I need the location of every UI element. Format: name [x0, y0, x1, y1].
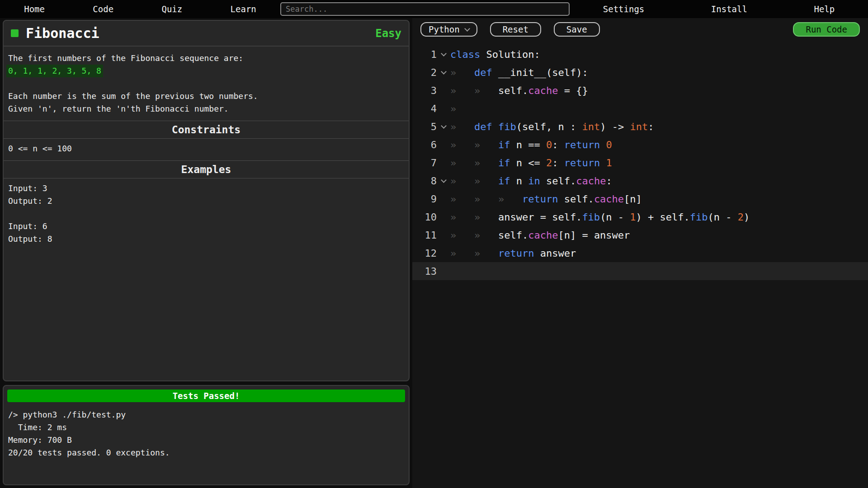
editor-toolbar: Python Reset Save Run Code	[412, 18, 868, 41]
problem-panel: Fibonacci Easy The first numbers of the …	[3, 20, 410, 381]
reset-button[interactable]: Reset	[490, 22, 541, 37]
run-code-button[interactable]: Run Code	[793, 22, 860, 37]
indent-marker-icon: »	[474, 230, 498, 241]
problem-description-1: Each number is the sum of the previous t…	[4, 90, 409, 103]
nav-item-home[interactable]: Home	[24, 4, 45, 14]
indent-marker-icon: »	[450, 85, 474, 96]
nav-item-install[interactable]: Install	[711, 4, 747, 14]
code-text: »def fib(self, n : int) -> int:	[450, 121, 654, 132]
indent-marker-icon: »	[450, 67, 474, 78]
indent-marker-icon: »	[474, 248, 498, 259]
terminal-line: Memory: 700 B	[8, 434, 404, 446]
language-select[interactable]: Python	[420, 22, 477, 37]
problem-header: Fibonacci Easy	[4, 21, 409, 47]
indent-marker-icon: »	[498, 193, 522, 205]
top-navbar: Home Code Quiz Learn Settings Install He…	[0, 0, 868, 18]
terminal-output: /> python3 ./fib/test.py Time: 2 ms Memo…	[4, 406, 409, 462]
problem-intro: The first numbers of the Fibonacci seque…	[4, 52, 409, 65]
code-line[interactable]: 1class Solution:	[412, 45, 868, 63]
terminal-line: Time: 2 ms	[8, 421, 404, 434]
constraints-heading: Constraints	[4, 121, 409, 139]
code-editor: Python Reset Save Run Code 1class Soluti…	[412, 18, 868, 488]
code-line[interactable]: 6»»if n == 0: return 0	[412, 136, 868, 154]
code-text: »»self.cache = {}	[450, 85, 588, 96]
code-line[interactable]: 7»»if n <= 2: return 1	[412, 154, 868, 172]
difficulty-badge: Easy	[375, 27, 401, 40]
line-number: 1	[419, 49, 437, 60]
code-text: »»»return self.cache[n]	[450, 193, 642, 205]
indent-marker-icon: »	[450, 103, 474, 114]
indent-marker-icon: »	[474, 211, 498, 223]
fold-chevron-icon[interactable]	[437, 126, 450, 128]
line-number: 7	[419, 157, 437, 169]
difficulty-square-icon	[11, 29, 19, 37]
indent-marker-icon: »	[474, 85, 498, 96]
sequence-line: 0, 1, 1, 2, 3, 5, 8	[4, 65, 409, 77]
line-number: 8	[419, 175, 437, 187]
code-line[interactable]: 12»»return answer	[412, 244, 868, 262]
terminal-line: /> python3 ./fib/test.py	[8, 408, 404, 421]
code-line[interactable]: 3»»self.cache = {}	[412, 81, 868, 99]
indent-marker-icon: »	[450, 121, 474, 132]
search-input[interactable]	[280, 2, 570, 16]
fold-chevron-icon[interactable]	[437, 71, 450, 74]
code-text: »»if n in self.cache:	[450, 175, 612, 187]
problem-body: The first numbers of the Fibonacci seque…	[4, 47, 409, 245]
line-number: 4	[419, 103, 437, 114]
line-number: 11	[419, 230, 437, 241]
code-line[interactable]: 11»»self.cache[n] = answer	[412, 226, 868, 244]
indent-marker-icon: »	[474, 139, 498, 150]
example-output: Output: 2	[8, 195, 404, 207]
nav-right-group: Settings Install Help	[570, 4, 868, 14]
code-text: »	[450, 103, 474, 114]
code-line[interactable]: 5»def fib(self, n : int) -> int:	[412, 117, 868, 136]
example-input: Input: 6	[8, 220, 404, 233]
line-number: 10	[419, 211, 437, 223]
example-input: Input: 3	[8, 182, 404, 195]
terminal-line: 20/20 tests passed. 0 exceptions.	[8, 446, 404, 459]
nav-item-code[interactable]: Code	[93, 4, 113, 14]
code-line[interactable]: 8»»if n in self.cache:	[412, 172, 868, 190]
code-lines: 1class Solution:2»def __init__(self):3»»…	[412, 41, 868, 280]
problem-title: Fibonacci	[26, 25, 99, 41]
example-block: Input: 3 Output: 2	[4, 182, 409, 207]
indent-marker-icon: »	[450, 230, 474, 241]
fold-chevron-icon[interactable]	[437, 53, 450, 56]
line-number: 6	[419, 139, 437, 150]
line-number: 9	[419, 193, 437, 205]
line-number: 12	[419, 248, 437, 259]
language-label: Python	[429, 24, 460, 34]
code-line[interactable]: 4»	[412, 99, 868, 117]
tests-panel: Tests Passed! /> python3 ./fib/test.py T…	[3, 385, 410, 485]
line-number: 2	[419, 67, 437, 78]
indent-marker-icon: »	[474, 193, 498, 205]
code-line[interactable]: 2»def __init__(self):	[412, 63, 868, 81]
nav-item-settings[interactable]: Settings	[603, 4, 645, 14]
code-line[interactable]: 13	[412, 262, 868, 280]
code-text: »»self.cache[n] = answer	[450, 230, 630, 241]
line-number: 5	[419, 121, 437, 132]
indent-marker-icon: »	[450, 157, 474, 169]
indent-marker-icon: »	[450, 193, 474, 205]
examples-heading: Examples	[4, 160, 409, 178]
nav-left-group: Home Code Quiz Learn	[0, 4, 280, 14]
code-text: »»if n == 0: return 0	[450, 139, 612, 150]
tests-passed-banner: Tests Passed!	[7, 389, 405, 402]
example-block: Input: 6 Output: 8	[4, 220, 409, 245]
line-number: 13	[419, 266, 437, 277]
fibonacci-sequence: 0, 1, 1, 2, 3, 5, 8	[6, 65, 103, 77]
problem-description-2: Given 'n', return the 'n'th Fibonacci nu…	[4, 103, 409, 115]
indent-marker-icon: »	[450, 175, 474, 187]
nav-item-learn[interactable]: Learn	[231, 4, 256, 14]
code-line[interactable]: 9»»»return self.cache[n]	[412, 190, 868, 208]
code-line[interactable]: 10»»answer = self.fib(n - 1) + self.fib(…	[412, 208, 868, 226]
code-text: »»if n <= 2: return 1	[450, 157, 612, 169]
constraints-value: 0 <= n <= 100	[4, 142, 409, 155]
fold-chevron-icon[interactable]	[437, 180, 450, 182]
nav-item-quiz[interactable]: Quiz	[161, 4, 182, 14]
indent-marker-icon: »	[450, 211, 474, 223]
save-button[interactable]: Save	[554, 22, 600, 37]
example-output: Output: 8	[8, 233, 404, 245]
code-text: »def __init__(self):	[450, 67, 588, 78]
nav-item-help[interactable]: Help	[814, 4, 835, 14]
